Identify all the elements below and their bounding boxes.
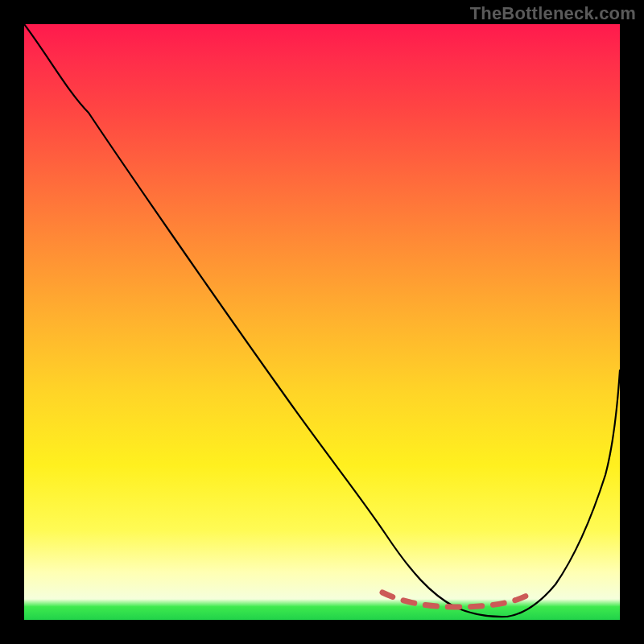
bottleneck-curve-right bbox=[507, 370, 620, 617]
watermark-text: TheBottleneck.com bbox=[470, 3, 636, 24]
chart-frame: TheBottleneck.com bbox=[0, 0, 644, 644]
optimal-band-dashed bbox=[382, 592, 534, 607]
plot-area bbox=[24, 24, 620, 620]
curve-overlay bbox=[24, 24, 620, 620]
bottleneck-curve-left bbox=[24, 24, 507, 617]
